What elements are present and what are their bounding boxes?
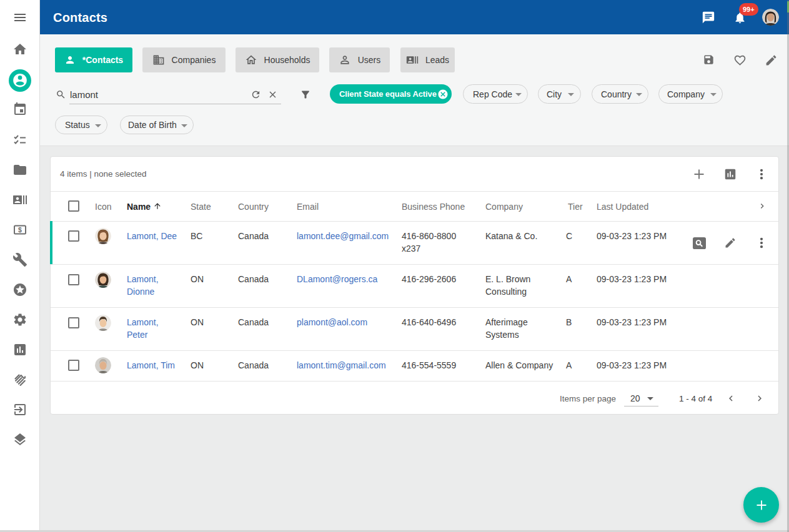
svg-text:$: $	[18, 226, 22, 234]
